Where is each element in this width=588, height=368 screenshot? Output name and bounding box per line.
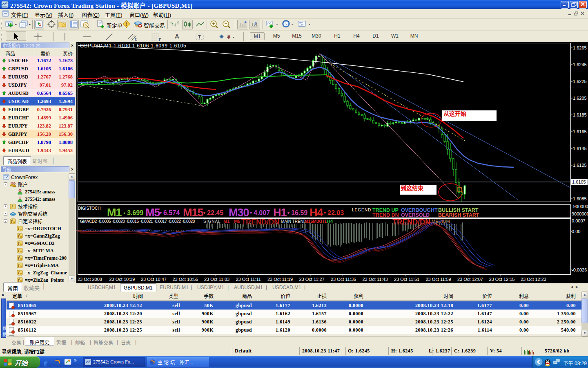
- svg-text:0.0007: 0.0007: [572, 218, 586, 223]
- svg-text:MAIN TREND: MAIN TREND: [281, 219, 306, 224]
- svg-text:22.03: 22.03: [327, 209, 344, 216]
- svg-text:▾: ▾: [324, 211, 326, 215]
- svg-text:TREND/DN: TREND/DN: [241, 218, 279, 226]
- svg-text:OVERSOLD: OVERSOLD: [401, 212, 430, 218]
- svg-text:23 Oct 11:11: 23 Oct 11:11: [236, 277, 261, 282]
- svg-text:23 Oct 10:39: 23 Oct 10:39: [109, 277, 135, 282]
- svg-text:23 Oct 10:55: 23 Oct 10:55: [173, 277, 198, 282]
- svg-text:▾: ▾: [287, 211, 290, 215]
- svg-text:1.6085: 1.6085: [573, 196, 587, 201]
- svg-text:23 Oct 11:35: 23 Oct 11:35: [331, 277, 356, 282]
- svg-text:3.699: 3.699: [127, 209, 143, 216]
- svg-text:23 Oct 11:19: 23 Oct 11:19: [267, 277, 293, 282]
- svg-text:▴: ▴: [123, 211, 125, 215]
- svg-text:E: E: [135, 37, 137, 41]
- svg-text:4.007: 4.007: [254, 209, 270, 216]
- svg-text:到这结束: 到这结束: [401, 184, 424, 192]
- svg-text:F: F: [159, 38, 161, 42]
- svg-text:23 Oct 11:27: 23 Oct 11:27: [299, 277, 325, 282]
- svg-text:DIGISTOCH: DIGISTOCH: [78, 206, 100, 211]
- svg-text:23 Oct 12:23: 23 Oct 12:23: [521, 277, 546, 282]
- svg-text:6.574: 6.574: [163, 209, 180, 216]
- svg-text:1.6145: 1.6145: [573, 146, 587, 151]
- svg-text:M30: M30: [229, 206, 249, 219]
- svg-text:23 Oct 11:03: 23 Oct 11:03: [204, 277, 229, 282]
- svg-text:1.6245: 1.6245: [573, 62, 587, 67]
- svg-text:1.6105: 1.6105: [572, 180, 586, 184]
- svg-text:LEGEND: LEGEND: [352, 208, 371, 212]
- svg-text:23 Oct 11:43: 23 Oct 11:43: [363, 277, 388, 282]
- svg-text:1.6165: 1.6165: [573, 129, 587, 134]
- svg-text:H1: H1: [321, 219, 327, 224]
- svg-text:16.59: 16.59: [291, 209, 307, 216]
- svg-text:9000000: 9000000: [572, 211, 588, 216]
- svg-text:▾: ▾: [160, 211, 162, 215]
- svg-text:BEARISH START: BEARISH START: [438, 212, 479, 218]
- svg-text:M5: M5: [145, 206, 160, 219]
- svg-text:M30: M30: [313, 219, 321, 224]
- svg-text:M5: M5: [234, 219, 240, 224]
- svg-text:0.00: 0.00: [572, 229, 580, 234]
- svg-text:1.6185: 1.6185: [573, 112, 587, 117]
- svg-text:23 Oct 2008: 23 Oct 2008: [78, 277, 102, 282]
- svg-text:GMACD2 -0.0005 -0.0020 -0.0015: GMACD2 -0.0005 -0.0020 -0.0015 -0.0021 -…: [80, 219, 195, 224]
- svg-text:!: !: [126, 22, 127, 27]
- svg-text:M15: M15: [304, 219, 313, 224]
- svg-text:-0.0026: -0.0026: [572, 267, 587, 272]
- svg-text:M15: M15: [183, 206, 204, 219]
- svg-text:H4: H4: [327, 219, 333, 224]
- svg-text:T: T: [198, 34, 201, 39]
- svg-text:-9000000: -9000000: [572, 204, 588, 209]
- svg-text:▾: ▾: [250, 211, 252, 215]
- svg-text:22.45: 22.45: [207, 209, 223, 216]
- svg-text:1.6125: 1.6125: [573, 163, 587, 168]
- svg-text:1.6205: 1.6205: [573, 96, 587, 101]
- svg-text:▾: ▾: [203, 211, 205, 215]
- svg-text:从这开始: 从这开始: [443, 109, 466, 117]
- svg-text:H1: H1: [273, 206, 287, 219]
- svg-text:23 Oct 11:59: 23 Oct 11:59: [426, 277, 451, 282]
- svg-text:H4: H4: [310, 206, 323, 219]
- svg-text:SIGNAL: SIGNAL: [203, 219, 221, 224]
- svg-text:23 Oct 10:47: 23 Oct 10:47: [141, 277, 167, 282]
- svg-text:MEDIUM: MEDIUM: [432, 219, 450, 224]
- svg-text:M1: M1: [107, 206, 122, 219]
- svg-text:1.6225: 1.6225: [573, 79, 587, 84]
- svg-text:23 Oct 11:51: 23 Oct 11:51: [394, 277, 419, 282]
- svg-text:GBPUSD,M1 1.6100 1.6106 1.609: GBPUSD,M1 1.6100 1.6106 1.6099 1.6105: [80, 43, 186, 49]
- svg-text:TREND DN: TREND DN: [372, 212, 399, 218]
- svg-text:23 Oct 12:07: 23 Oct 12:07: [457, 277, 483, 282]
- svg-text:23 Oct 12:15: 23 Oct 12:15: [489, 277, 515, 282]
- svg-text:1.6265: 1.6265: [573, 45, 587, 50]
- svg-text:TREND/DN: TREND/DN: [392, 218, 430, 226]
- svg-text:M1: M1: [223, 219, 229, 224]
